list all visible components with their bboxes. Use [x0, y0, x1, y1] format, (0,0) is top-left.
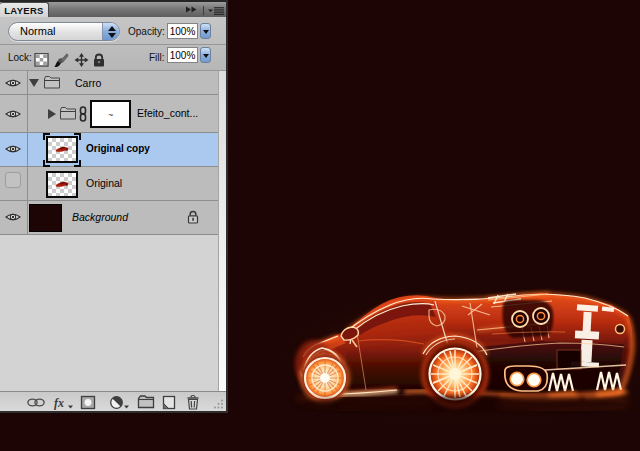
- svg-text:fx: fx: [54, 396, 64, 410]
